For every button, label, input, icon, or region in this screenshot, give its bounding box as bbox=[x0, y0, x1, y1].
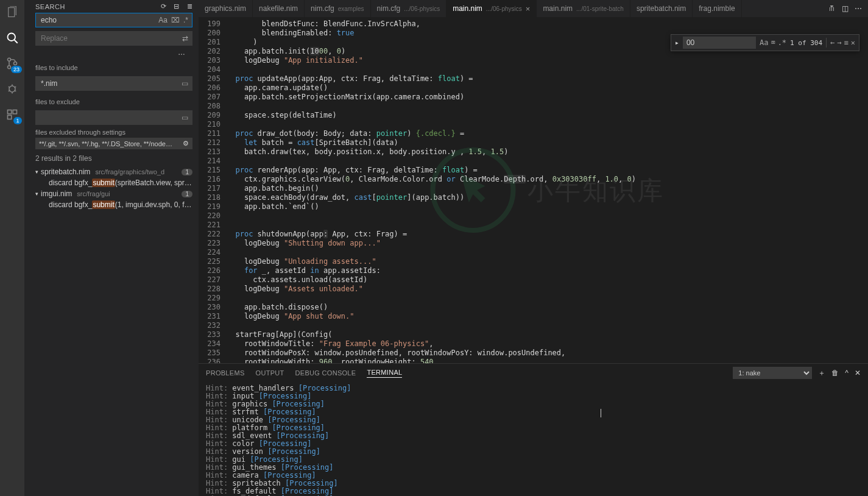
editor-tabs: graphics.nimnakefile.nimnim.cfgexamplesn… bbox=[199, 0, 868, 17]
exclude-label: files to exclude bbox=[35, 94, 192, 107]
extensions-badge: 1 bbox=[13, 117, 22, 124]
svg-rect-14 bbox=[13, 110, 16, 114]
bottom-panel: PROBLEMSOUTPUTDEBUG CONSOLETERMINAL 1: n… bbox=[199, 363, 868, 496]
result-file[interactable]: ▾imgui.nimsrc/frag/gui1 bbox=[24, 188, 199, 199]
book-icon-2[interactable]: ▭ bbox=[180, 113, 189, 122]
editor[interactable]: ▸ Aa⌧.* 1 of 304 ←→≡✕ 199200201202203204… bbox=[199, 17, 868, 363]
sidebar-title: SEARCH bbox=[35, 3, 65, 10]
clear-icon[interactable]: ≣ bbox=[187, 2, 193, 10]
terminal-select[interactable]: 1: nake bbox=[733, 367, 812, 379]
find-close-icon[interactable]: ✕ bbox=[851, 38, 855, 47]
terminal-trash-icon[interactable]: 🗑 bbox=[831, 369, 839, 377]
regex-icon[interactable]: .* bbox=[182, 16, 189, 24]
activity-bar: 23 1 bbox=[0, 0, 24, 496]
result-file[interactable]: ▾spritebatch.nimsrc/frag/graphics/two_d1 bbox=[24, 166, 199, 177]
scm-badge: 23 bbox=[11, 66, 22, 73]
terminal-add-icon[interactable]: ＋ bbox=[818, 368, 825, 378]
refresh-icon[interactable]: ⟳ bbox=[161, 2, 167, 10]
case-icon[interactable]: Aa bbox=[157, 16, 169, 24]
svg-rect-15 bbox=[8, 115, 12, 119]
explorer-icon[interactable] bbox=[4, 4, 21, 21]
book-icon[interactable]: ▭ bbox=[180, 79, 189, 88]
svg-line-2 bbox=[15, 40, 18, 43]
tab[interactable]: nakefile.nim bbox=[253, 0, 305, 17]
panel-tab[interactable]: DEBUG CONSOLE bbox=[295, 369, 356, 377]
svg-rect-0 bbox=[9, 8, 15, 17]
whole-word-icon[interactable]: ⌧ bbox=[170, 16, 181, 24]
find-selection-icon[interactable]: ≡ bbox=[844, 38, 849, 47]
exclude-input[interactable] bbox=[38, 113, 180, 122]
find-widget: ▸ Aa⌧.* 1 of 304 ←→≡✕ bbox=[671, 34, 859, 51]
source-control-icon[interactable]: 23 bbox=[4, 55, 21, 72]
find-word-icon[interactable]: ⌧ bbox=[771, 38, 775, 47]
split-icon[interactable]: ◫ bbox=[842, 4, 849, 13]
svg-line-11 bbox=[15, 91, 16, 91]
search-sidebar: SEARCH ⟳ ⊟ ≣ Aa⌧.* ⇄ … files to include … bbox=[24, 0, 199, 496]
svg-rect-13 bbox=[8, 110, 12, 114]
compare-icon[interactable]: ⫚ bbox=[828, 4, 836, 13]
tab[interactable]: frag.nimble bbox=[693, 0, 741, 17]
terminal-output[interactable]: Hint: event_handlers [Processing]Hint: i… bbox=[199, 382, 868, 496]
code-content[interactable]: blendDstFunc: BlendFunc.InvSrcAlpha, ble… bbox=[227, 17, 868, 363]
find-next-icon[interactable]: → bbox=[837, 38, 841, 47]
find-regex-icon[interactable]: .* bbox=[778, 38, 786, 47]
search-icon[interactable] bbox=[4, 29, 21, 46]
terminal-close-icon[interactable]: ✕ bbox=[855, 369, 861, 377]
excluded-settings-label: files excluded through settings bbox=[24, 129, 199, 136]
tab[interactable]: graphics.nim bbox=[199, 0, 253, 17]
more-icon[interactable]: ⋯ bbox=[855, 4, 862, 13]
svg-line-9 bbox=[15, 87, 16, 87]
tab-close-icon[interactable]: × bbox=[526, 4, 531, 13]
debug-icon[interactable] bbox=[4, 80, 21, 97]
svg-point-6 bbox=[9, 86, 15, 92]
result-line[interactable]: discard bgfx_submit(spriteBatch.view, sp… bbox=[24, 177, 199, 188]
gear-icon[interactable]: ⚙ bbox=[183, 140, 189, 147]
find-toggle-icon[interactable]: ▸ bbox=[675, 38, 679, 47]
panel-tab[interactable]: PROBLEMS bbox=[206, 369, 245, 377]
svg-line-8 bbox=[9, 87, 10, 87]
toggle-details-icon[interactable]: … bbox=[35, 48, 192, 57]
find-case-icon[interactable]: Aa bbox=[760, 38, 768, 47]
collapse-icon[interactable]: ⊟ bbox=[174, 2, 180, 10]
find-prev-icon[interactable]: ← bbox=[830, 38, 834, 47]
tab[interactable]: main.nim.../06-physics× bbox=[446, 0, 537, 17]
svg-point-5 bbox=[14, 62, 17, 65]
svg-point-1 bbox=[8, 34, 16, 41]
line-gutter: 1992002012022032042052062072082092102112… bbox=[199, 17, 227, 363]
panel-tab[interactable]: TERMINAL bbox=[367, 369, 402, 378]
replace-all-icon[interactable]: ⇄ bbox=[181, 34, 189, 43]
panel-tab[interactable]: OUTPUT bbox=[256, 369, 284, 377]
search-input[interactable] bbox=[38, 16, 157, 24]
find-count: 1 of 304 bbox=[790, 39, 822, 47]
tab[interactable]: main.nim.../01-sprite-batch bbox=[537, 0, 630, 17]
terminal-max-icon[interactable]: ^ bbox=[845, 369, 849, 377]
excluded-settings-value: **/.git, **/.svn, **/.hg, **/.DS_Store, … bbox=[39, 140, 172, 147]
result-line[interactable]: discard bgfx_submit(1, imgui.dev.sph, 0,… bbox=[24, 199, 199, 210]
replace-input[interactable] bbox=[38, 34, 181, 43]
tab[interactable]: spritebatch.nim bbox=[630, 0, 693, 17]
tab[interactable]: nim.cfg.../06-physics bbox=[371, 0, 447, 17]
results-summary: 2 results in 2 files bbox=[24, 149, 199, 166]
svg-point-4 bbox=[8, 66, 11, 69]
include-label: files to include bbox=[35, 60, 192, 73]
tab[interactable]: nim.cfgexamples bbox=[305, 0, 371, 17]
terminal-cursor bbox=[601, 409, 601, 417]
svg-line-10 bbox=[9, 91, 10, 91]
extensions-icon[interactable]: 1 bbox=[4, 106, 21, 123]
find-input[interactable] bbox=[683, 37, 756, 49]
include-input[interactable] bbox=[38, 79, 180, 88]
svg-point-3 bbox=[8, 58, 11, 61]
